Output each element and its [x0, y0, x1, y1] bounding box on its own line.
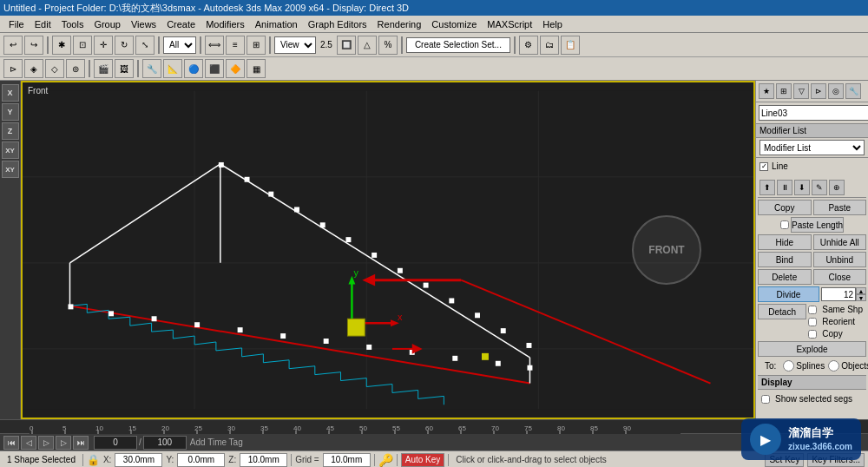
gizmo-y[interactable]: Y: [2, 103, 19, 121]
rotate-btn[interactable]: ↻: [115, 36, 134, 55]
menu-graph-editors[interactable]: Graph Editors: [303, 17, 372, 31]
menu-create[interactable]: Create: [161, 17, 201, 31]
rpanel-nav-btn3[interactable]: ⬇: [794, 180, 810, 195]
go-to-end-btn[interactable]: ⏭: [73, 436, 89, 450]
select-region-btn[interactable]: ⊡: [73, 36, 92, 55]
frame-input[interactable]: [94, 436, 137, 450]
modify-tab-btn[interactable]: ⊞: [776, 83, 792, 99]
unhide-all-btn[interactable]: Unhide All: [813, 234, 867, 250]
key-btn4[interactable]: ⊚: [66, 59, 85, 78]
grid-input[interactable]: 10.0mm: [323, 453, 371, 467]
y-input[interactable]: 0.0mm: [177, 453, 225, 467]
menu-modifiers[interactable]: Modifiers: [201, 17, 250, 31]
render-btn[interactable]: 🎬: [94, 59, 113, 78]
timeline-track[interactable]: 0 5 10 15 20 25 30 35 40 45 50 55 60 65 …: [0, 420, 868, 434]
filter-select[interactable]: All: [163, 36, 196, 54]
misc-btn3[interactable]: 🔵: [184, 59, 203, 78]
misc-btn1[interactable]: 🔧: [142, 59, 161, 78]
display-tab-btn[interactable]: ◎: [828, 83, 844, 99]
menu-maxscript[interactable]: MAXScript: [482, 17, 537, 31]
paste-length-btn[interactable]: Paste Length: [791, 217, 844, 233]
prev-frame-btn[interactable]: ◁: [21, 436, 36, 450]
menu-edit[interactable]: Edit: [30, 17, 56, 31]
modifier-check-line[interactable]: ✓: [760, 162, 768, 171]
lock-icon[interactable]: 🔒: [87, 454, 100, 466]
paste-btn[interactable]: Paste: [813, 200, 867, 215]
x-input[interactable]: 30.0mm: [115, 453, 162, 467]
divide-spin-up[interactable]: ▲: [856, 287, 866, 294]
mirror-btn[interactable]: ⟺: [205, 36, 224, 55]
select-btn[interactable]: ✱: [52, 36, 71, 55]
menu-tools[interactable]: Tools: [56, 17, 89, 31]
show-selected-check[interactable]: [761, 395, 770, 404]
menu-animation[interactable]: Animation: [250, 17, 303, 31]
divide-spin-down[interactable]: ▼: [856, 294, 866, 301]
unbind-btn[interactable]: Unbind: [813, 252, 867, 267]
misc-btn2[interactable]: 📐: [163, 59, 182, 78]
rpanel-nav-btn2[interactable]: ⏸: [777, 180, 792, 195]
redo-btn[interactable]: ↪: [24, 36, 43, 55]
gizmo-z[interactable]: Z: [2, 122, 19, 140]
divide-value-input[interactable]: 12: [821, 287, 856, 301]
detach-btn[interactable]: Detach: [758, 304, 806, 319]
align-btn[interactable]: ≡: [226, 36, 245, 55]
copy-btn[interactable]: Copy: [758, 200, 812, 215]
reorient-check[interactable]: [808, 318, 817, 326]
rpanel-nav-btn4[interactable]: ✎: [812, 180, 827, 195]
key-btn3[interactable]: ◇: [45, 59, 64, 78]
hierarchy-tab-btn[interactable]: ▽: [793, 83, 809, 99]
menu-help[interactable]: Help: [537, 17, 568, 31]
same-shape-check[interactable]: [808, 306, 817, 314]
snap-toggle-btn[interactable]: 🔲: [337, 36, 356, 55]
create-tab-btn[interactable]: ★: [759, 83, 774, 99]
viewport[interactable]: Front FRONT: [21, 81, 755, 419]
snap-percent-btn[interactable]: %: [378, 36, 398, 55]
view-select[interactable]: View: [274, 36, 316, 54]
menu-customize[interactable]: Customize: [426, 17, 482, 31]
gizmo-xy[interactable]: XY: [2, 141, 19, 159]
paste-length-check[interactable]: [780, 220, 789, 229]
bind-btn[interactable]: Bind: [758, 252, 812, 267]
go-to-start-btn[interactable]: ⏮: [3, 436, 19, 450]
copy2-check[interactable]: [808, 330, 817, 339]
rpanel-nav-btn5[interactable]: ⊕: [829, 180, 845, 195]
motion-tab-btn[interactable]: ⊳: [811, 83, 826, 99]
menu-rendering[interactable]: Rendering: [372, 17, 427, 31]
gizmo-xy2[interactable]: XY: [2, 161, 19, 178]
misc-btn6[interactable]: ▦: [247, 59, 266, 78]
layer2-btn[interactable]: 🗂: [540, 36, 559, 55]
rpanel-nav-btn1[interactable]: ⬆: [760, 180, 775, 195]
key-btn1[interactable]: ⊳: [3, 59, 23, 78]
z-input[interactable]: 10.0mm: [240, 453, 287, 467]
frame-total-input[interactable]: [143, 436, 187, 450]
undo-btn[interactable]: ↩: [3, 36, 23, 55]
gizmo-x[interactable]: X: [2, 84, 19, 102]
utilities-tab-btn[interactable]: 🔧: [845, 83, 861, 99]
layer-btn[interactable]: ⚙: [519, 36, 538, 55]
misc-btn5[interactable]: 🔶: [226, 59, 245, 78]
auto-key-btn[interactable]: Auto Key: [401, 453, 445, 467]
explode-btn[interactable]: Explode: [758, 341, 866, 357]
array-btn[interactable]: ⊞: [247, 36, 266, 55]
play-btn[interactable]: ▷: [38, 436, 54, 450]
key-btn2[interactable]: ◈: [24, 59, 43, 78]
splines-radio[interactable]: [783, 360, 794, 372]
layer3-btn[interactable]: 📋: [561, 36, 580, 55]
delete-btn[interactable]: Delete: [758, 269, 812, 285]
hide-btn[interactable]: Hide: [758, 234, 812, 250]
misc-btn4[interactable]: ⬛: [205, 59, 224, 78]
scale-btn[interactable]: ⤡: [135, 36, 155, 55]
named-selection-input[interactable]: [406, 37, 510, 53]
objects-radio[interactable]: [828, 360, 839, 372]
menu-group[interactable]: Group: [89, 17, 126, 31]
next-frame-btn[interactable]: ▷: [56, 436, 71, 450]
modifier-select[interactable]: Modifier List: [760, 140, 865, 155]
snap-angle-btn[interactable]: △: [358, 36, 377, 55]
render2-btn[interactable]: 🖼: [115, 59, 134, 78]
close-btn[interactable]: Close: [813, 269, 867, 285]
menu-file[interactable]: File: [3, 17, 30, 31]
object-name-input[interactable]: Line03: [759, 105, 868, 121]
move-btn[interactable]: ✛: [94, 36, 113, 55]
divide-btn[interactable]: Divide: [758, 286, 819, 302]
menu-views[interactable]: Views: [126, 17, 161, 31]
